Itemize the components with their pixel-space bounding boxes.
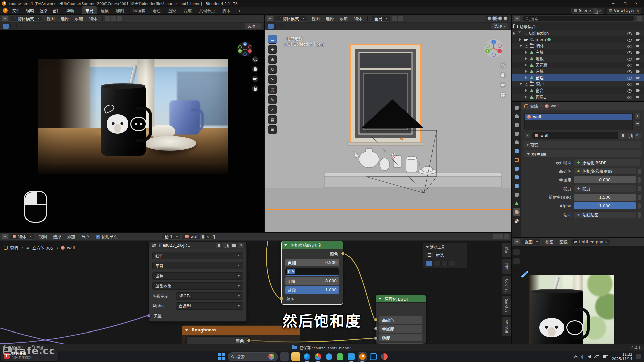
cursor-tool-button[interactable]	[34, 24, 40, 29]
outliner-row-windowsill[interactable]: 窗台	[512, 87, 644, 94]
outliner-row-camera[interactable]: Camera	[512, 36, 644, 43]
render-visibility-icon[interactable]	[636, 88, 641, 93]
edge-browser-icon[interactable]	[303, 352, 311, 361]
render-visibility-icon[interactable]	[636, 63, 641, 67]
volume-icon[interactable]	[588, 355, 591, 358]
unlink-image-button[interactable]	[238, 243, 244, 248]
unlink-material-button[interactable]	[635, 133, 641, 139]
collection-checkbox[interactable]	[525, 82, 528, 86]
render-visibility-icon[interactable]	[636, 44, 641, 48]
pin-icon[interactable]	[212, 234, 217, 239]
select-subtract-button[interactable]	[441, 261, 448, 266]
sidebar-tab-colorist[interactable]: Colorist	[502, 276, 511, 295]
ior-slider[interactable]: 1.500	[574, 194, 636, 201]
menu-edit[interactable]: 编辑	[23, 7, 37, 14]
outliner-row-floor[interactable]: 地板	[512, 55, 644, 62]
section-preview[interactable]: 预览	[524, 141, 641, 148]
photoshop-icon[interactable]	[369, 352, 378, 361]
copy-image-button[interactable]	[223, 243, 229, 248]
mode-dropdown[interactable]: 物体模式	[275, 16, 307, 22]
menu-view[interactable]: 视图	[543, 238, 556, 245]
snap-magnet-icon[interactable]	[493, 234, 498, 239]
duplicate-tool[interactable]: ▣	[268, 125, 277, 134]
animate-dot[interactable]	[638, 186, 641, 191]
menu-add[interactable]: 添加	[64, 233, 78, 240]
image-texture-node[interactable]: Tiles023_2K-JP... 线性 平直 重复 单张图像 色彩空间 sRG…	[149, 241, 247, 322]
tweak-select-button[interactable]	[268, 24, 274, 29]
color-output-socket[interactable]	[247, 339, 251, 342]
scene-selector[interactable]: Scene	[571, 8, 604, 14]
value-slider[interactable]: 明度8.000	[285, 277, 339, 285]
taskbar-search[interactable]: 搜索	[228, 352, 278, 361]
snap-magnet-icon[interactable]	[392, 16, 397, 21]
transform-orientation-icon[interactable]	[105, 16, 110, 21]
properties-tab-object[interactable]	[513, 156, 520, 163]
measure-tool[interactable]: ∠	[268, 105, 277, 114]
editor-type-button[interactable]	[2, 234, 8, 239]
tab-render[interactable]: 渲染	[164, 6, 180, 15]
snap-icon[interactable]	[111, 16, 116, 21]
tab-layout[interactable]: 布局	[82, 6, 97, 15]
section-surface[interactable]: 表(曲)面	[524, 150, 641, 157]
alpha-slider[interactable]: 1.000	[574, 202, 636, 209]
saturation-edit-field[interactable]: 0.5	[285, 268, 339, 276]
render-visibility-icon[interactable]	[636, 57, 641, 61]
outliner-row-walls-collection[interactable]: 墙体	[512, 43, 644, 49]
hue-slider[interactable]: 色相0.500	[285, 259, 339, 266]
render-visibility-icon[interactable]	[636, 50, 641, 54]
material-shading-icon[interactable]	[498, 16, 502, 21]
pan-icon[interactable]	[252, 66, 258, 72]
lock-view-icon[interactable]	[252, 85, 258, 92]
outliner-row-left-wall[interactable]: 左墙	[512, 68, 644, 74]
orthographic-toggle-icon[interactable]	[500, 92, 506, 98]
hide-eye-icon[interactable]	[627, 50, 632, 54]
sidebar-tab-options[interactable]: 选项	[502, 259, 511, 275]
outliner-row-ceiling[interactable]: 天花板	[512, 62, 644, 68]
annotate-tool[interactable]: ✎	[268, 95, 277, 104]
render-preview-icon[interactable]	[504, 234, 509, 239]
roughness-input[interactable]: 糙度	[379, 334, 422, 341]
alpha-dropdown[interactable]: 直通型	[176, 302, 243, 310]
battery-icon[interactable]	[603, 355, 608, 358]
tab-scripting[interactable]: 脚本	[219, 6, 234, 15]
blender-menu-icon[interactable]	[3, 8, 8, 13]
mode-dropdown[interactable]: 物体模式	[10, 16, 42, 22]
hide-eye-icon[interactable]	[627, 95, 632, 99]
task-view-icon[interactable]	[280, 352, 289, 361]
select-lasso-button[interactable]	[26, 24, 32, 29]
properties-tab-output[interactable]	[513, 121, 520, 128]
material-slot-list[interactable]: wall	[524, 113, 633, 130]
fake-user-button[interactable]	[620, 133, 626, 139]
outliner-search-input[interactable]: 搜索	[523, 16, 634, 21]
add-workspace-button[interactable]: +	[234, 7, 245, 15]
breadcrumb-material[interactable]: wall	[551, 104, 559, 108]
taskbar-clock[interactable]: 11:32 2025/11/14	[612, 352, 632, 361]
slot-dropdown[interactable]: 槽 1	[162, 234, 180, 240]
proportional-edit-icon[interactable]	[398, 16, 403, 21]
file-explorer-icon[interactable]	[291, 352, 300, 361]
vscode-icon[interactable]	[347, 352, 356, 361]
animate-dot[interactable]	[638, 212, 641, 218]
base-color-link-button[interactable]: 色相/饱和度/明度	[574, 168, 636, 175]
outliner-display-mode-button[interactable]	[514, 16, 520, 21]
minimize-button[interactable]	[608, 0, 619, 7]
properties-tab-texture[interactable]	[513, 217, 520, 224]
camera-view-icon[interactable]	[500, 82, 506, 88]
properties-tab-scene[interactable]	[513, 139, 520, 146]
wechat-icon[interactable]	[336, 352, 344, 361]
close-button[interactable]	[631, 0, 642, 7]
tab-compositing[interactable]: 合成	[180, 6, 195, 15]
properties-tab-particles[interactable]	[513, 174, 520, 181]
metallic-socket[interactable]	[374, 327, 378, 330]
new-scene-button[interactable]	[593, 8, 597, 13]
render-visibility-icon[interactable]	[636, 38, 641, 42]
animate-dot[interactable]	[638, 203, 641, 209]
select-lasso-button[interactable]	[291, 24, 297, 29]
tweak-select-button[interactable]	[3, 24, 9, 29]
properties-tab-tool[interactable]	[513, 104, 520, 111]
menu-view[interactable]: 视图	[36, 233, 50, 240]
outliner-row-collection[interactable]: Collection	[512, 30, 644, 36]
animate-dot[interactable]	[638, 169, 641, 174]
tab-sculpt[interactable]: 雕刻	[112, 6, 128, 15]
material-datablock-field[interactable]: wall	[532, 132, 619, 139]
